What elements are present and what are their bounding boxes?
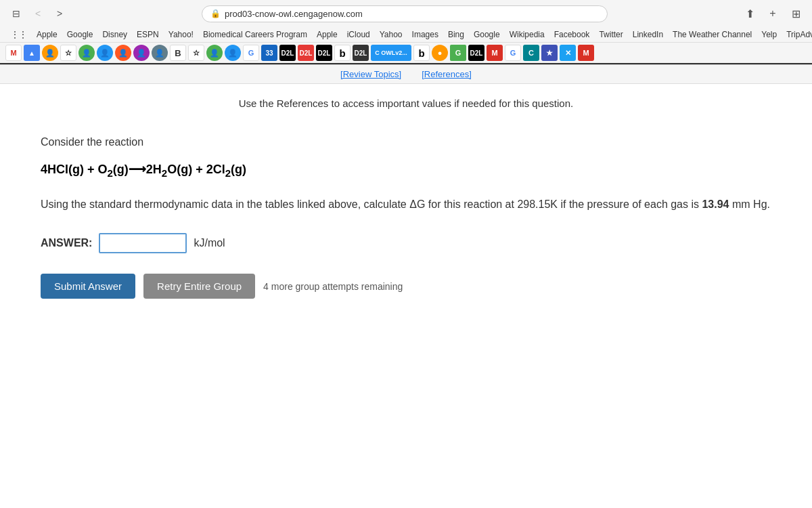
bookmark-twitter[interactable]: Twitter <box>595 28 627 41</box>
share-button[interactable]: ⬆ <box>740 4 759 23</box>
url-text: prod03-cnow-owl.cengagenow.com <box>225 9 363 19</box>
favicon-d2l-5[interactable]: D2L <box>468 45 484 61</box>
page-content: Use the References to access important v… <box>0 84 812 319</box>
favicon-5[interactable]: 👤 <box>97 45 113 61</box>
favicon-33[interactable]: 33 <box>261 45 277 61</box>
attempts-remaining-text: 4 more group attempts remaining <box>263 281 403 292</box>
favicon-6[interactable]: 👤 <box>115 45 131 61</box>
lock-icon: 🔒 <box>210 9 221 18</box>
tab-grid-button[interactable]: ⊟ <box>7 4 26 23</box>
button-row: Submit Answer Retry Entire Group 4 more … <box>41 274 771 299</box>
retry-group-button[interactable]: Retry Entire Group <box>143 274 255 299</box>
back-button[interactable]: < <box>28 4 47 23</box>
favicon-d2l-4[interactable]: D2L <box>353 45 369 61</box>
bookmark-google[interactable]: Google <box>63 28 97 41</box>
bookmark-yelp[interactable]: Yelp <box>757 28 781 41</box>
pressure-value: 13.94 <box>702 198 729 210</box>
bookmark-apple2[interactable]: Apple <box>313 28 342 41</box>
answer-unit: kJ/mol <box>194 237 225 249</box>
bookmark-apps-grid[interactable]: ⋮⋮ <box>7 28 31 41</box>
question-section: Consider the reaction 4HCl(g) + O2(g)⟶2H… <box>27 129 785 305</box>
address-bar[interactable]: 🔒 prod03-cnow-owl.cengagenow.com <box>202 5 608 22</box>
favicon-gmail[interactable]: M <box>5 45 22 61</box>
references-notice: Use the References to access important v… <box>27 98 785 109</box>
favicon-2[interactable]: 👤 <box>42 45 58 61</box>
submit-answer-button[interactable]: Submit Answer <box>41 274 135 299</box>
answer-row: ANSWER: kJ/mol <box>41 233 771 253</box>
favicon-11[interactable]: 👤 <box>225 45 241 61</box>
bookmark-biomedical[interactable]: Biomedical Careers Program <box>199 28 311 41</box>
favicon-star[interactable]: ★ <box>541 45 558 61</box>
answer-input[interactable] <box>99 233 187 253</box>
bookmark-tripadvisor[interactable]: TripAdvisor <box>782 28 812 41</box>
references-link[interactable]: [References] <box>422 69 472 79</box>
favicon-b[interactable]: B <box>170 45 186 61</box>
favicon-d2l-2[interactable]: D2L <box>298 45 314 61</box>
browser-actions: ⬆ + ⊞ <box>740 4 805 23</box>
favicon-d2l-1[interactable]: D2L <box>279 45 296 61</box>
add-tab-button[interactable]: + <box>763 4 782 23</box>
bookmark-yahoo[interactable]: Yahoo! <box>164 28 198 41</box>
bookmark-bing[interactable]: Bing <box>444 28 468 41</box>
bookmark-disney[interactable]: Disney <box>98 28 131 41</box>
browser-toolbar: ⊟ < > 🔒 prod03-cnow-owl.cengagenow.com ⬆… <box>0 0 812 27</box>
favicon-google2[interactable]: G <box>505 45 521 61</box>
forward-button[interactable]: > <box>50 4 69 23</box>
favicon-m-red[interactable]: M <box>487 45 503 61</box>
favicon-9[interactable]: ☆ <box>188 45 204 61</box>
browser-chrome: ⊟ < > 🔒 prod03-cnow-owl.cengagenow.com ⬆… <box>0 0 812 65</box>
favicon-7[interactable]: 👤 <box>133 45 150 61</box>
bookmark-weather[interactable]: The Weather Channel <box>669 28 756 41</box>
question-body: Using the standard thermodynamic data in… <box>41 196 771 213</box>
favicon-google-g[interactable]: G <box>243 45 259 61</box>
favicon-b2[interactable]: b <box>413 45 430 61</box>
action-links-bar: [Review Topics] [References] <box>0 65 812 84</box>
bookmarks-bar: ⋮⋮ Apple Google Disney ESPN Yahoo! Biome… <box>0 27 812 43</box>
favicon-3[interactable]: ☆ <box>60 45 76 61</box>
bookmark-google2[interactable]: Google <box>470 28 504 41</box>
favicon-m2[interactable]: M <box>578 45 594 61</box>
favicon-x[interactable]: ✕ <box>560 45 576 61</box>
bookmark-icloud[interactable]: iCloud <box>343 28 374 41</box>
favicon-g-green[interactable]: G <box>450 45 466 61</box>
nav-controls: ⊟ < > <box>7 4 69 23</box>
favicon-10[interactable]: 👤 <box>206 45 223 61</box>
favicon-1[interactable]: ▲ <box>24 45 40 61</box>
favicons-bar: M ▲ 👤 ☆ 👤 👤 👤 👤 👤 B ☆ 👤 👤 G 33 D2L D2L D… <box>0 43 812 64</box>
favicon-bold-b[interactable]: b <box>334 45 351 61</box>
favicon-8[interactable]: 👤 <box>152 45 168 61</box>
favicon-owlv2[interactable]: C OWLv2... <box>371 45 411 61</box>
bookmark-apple[interactable]: Apple <box>32 28 62 41</box>
bookmark-wikipedia[interactable]: Wikipedia <box>505 28 549 41</box>
bookmark-yahoo2[interactable]: Yahoo <box>376 28 407 41</box>
bookmark-facebook[interactable]: Facebook <box>550 28 594 41</box>
review-topics-link[interactable]: [Review Topics] <box>340 69 401 79</box>
bookmark-images[interactable]: Images <box>408 28 443 41</box>
consider-text: Consider the reaction <box>41 136 771 148</box>
bookmark-linkedin[interactable]: LinkedIn <box>629 28 667 41</box>
favicon-circle[interactable]: ● <box>432 45 448 61</box>
favicon-4[interactable]: 👤 <box>78 45 95 61</box>
bookmark-espn[interactable]: ESPN <box>133 28 163 41</box>
favicon-c-teal[interactable]: C <box>523 45 539 61</box>
answer-label: ANSWER: <box>41 237 92 249</box>
chemical-equation: 4HCl(g) + O2(g)⟶2H2O(g) + 2Cl2(g) <box>41 162 771 179</box>
favicon-d2l-3[interactable]: D2L <box>316 45 332 61</box>
grid-view-button[interactable]: ⊞ <box>786 4 805 23</box>
